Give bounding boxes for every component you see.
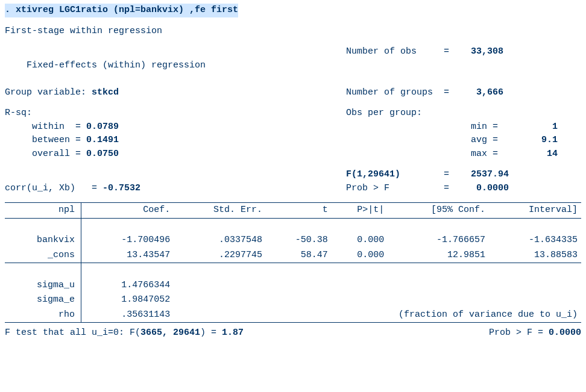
depvar-header: npl [5,203,81,219]
hdr-coef: Coef. [81,203,174,219]
cell-hi: -1.634335 [489,233,581,248]
hdr-ci-lo: [95% Conf. [388,203,489,219]
corr-label: corr(u_i, Xb) = [5,183,102,193]
hdr-ci-hi: Interval] [489,203,581,219]
hdr-t: t [266,203,332,219]
rsq-overall-label: overall = [5,149,86,159]
max-value: 14 [547,149,558,159]
avg-label: avg = [471,135,498,145]
avg-value: 9.1 [541,135,558,145]
cell-t: -50.38 [266,233,332,248]
table-row: _cons 13.43547 .2297745 58.47 0.000 12.9… [5,248,581,263]
cell-coef: -1.700496 [81,233,174,248]
corr-value: -0.7532 [102,183,140,193]
rsq-overall-value: 0.0750 [86,149,119,159]
fstat-value: 2537.94 [471,169,509,179]
stage-title: First-stage within regression [5,25,581,39]
sigma-e-label: sigma_e [5,293,81,308]
sigma-u-value: 1.4766344 [81,278,174,293]
cell-coef: 13.43547 [81,248,174,263]
rsq-within-value: 0.0789 [86,122,119,132]
rsq-between-value: 0.1491 [86,135,119,145]
ngroups-value: 3,666 [476,87,503,98]
groupvar-value: stkcd [92,87,119,98]
nobs-label: Number of obs = [346,46,449,57]
min-label: min = [471,122,498,132]
sigma-e-value: 1.9847052 [81,293,174,308]
ftest-left: F test that all u_i=0: F(3665, 29641) = … [5,326,244,340]
ngroups-label: Number of groups = [346,87,449,98]
cell-p: 0.000 [332,233,388,248]
cell-t: 58.47 [266,248,332,263]
hdr-p: P>|t| [332,203,388,219]
probf-value: 0.0000 [476,183,509,193]
command-line: . xtivreg LGC1ratio (npl=bankvix) ,fe fi… [5,4,238,17]
cell-lo: 12.9851 [388,248,489,263]
nobs-value: 33,308 [471,46,503,57]
fstat-label: F(1,29641) [346,169,400,179]
rho-label: rho [5,308,81,323]
groupvar-label: Group variable: [5,87,92,98]
table-row: bankvix -1.700496 .0337548 -50.38 0.000 … [5,233,581,248]
rsq-within-label: within = [5,122,86,132]
hdr-se: Std. Err. [174,203,266,219]
table-row: sigma_u 1.4766344 [5,278,581,293]
rsq-between-label: between = [5,135,86,145]
cell-hi: 13.88583 [489,248,581,263]
cell-lo: -1.766657 [388,233,489,248]
min-value: 1 [552,122,558,132]
obs-per-group-label: Obs per group: [346,107,581,120]
rho-note: (fraction of variance due to u_i) [174,308,581,323]
sigma-u-label: sigma_u [5,278,81,293]
max-label: max = [471,149,498,159]
model-line: Fixed-effects (within) regression [27,60,206,70]
cell-p: 0.000 [332,248,388,263]
coef-table: npl Coef. Std. Err. t P>|t| [95% Conf. I… [5,202,581,323]
var-name: bankvix [5,233,81,248]
cell-se: .2297745 [174,248,266,263]
var-name: _cons [5,248,81,263]
probf-label: Prob > F [346,183,389,193]
table-row: sigma_e 1.9847052 [5,293,581,308]
rho-value: .35631143 [81,308,174,323]
table-row: rho .35631143 (fraction of variance due … [5,308,581,323]
cell-se: .0337548 [174,233,266,248]
ftest-right: Prob > F = 0.0000 [489,326,581,340]
rsq-label: R-sq: [5,107,32,120]
